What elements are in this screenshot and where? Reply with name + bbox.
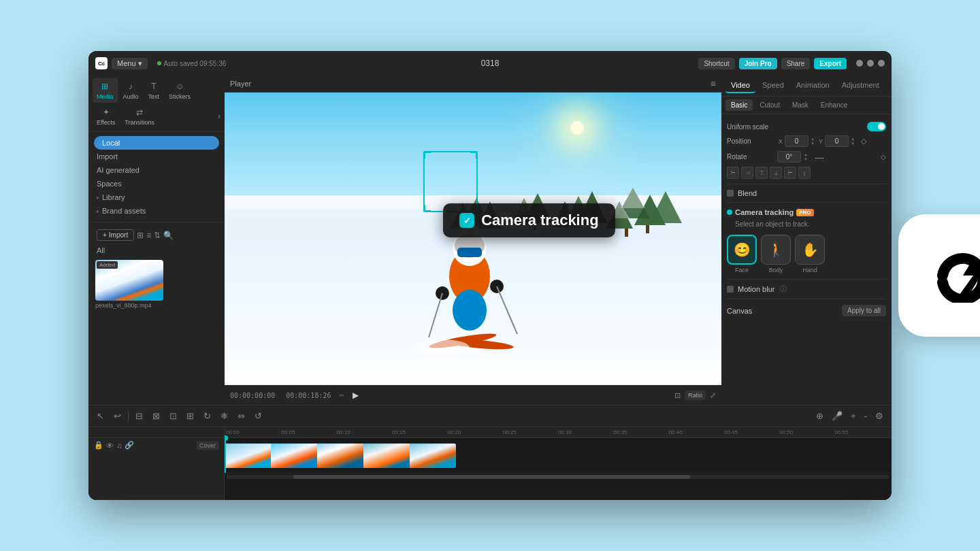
- blend-checkbox[interactable]: [727, 190, 734, 197]
- clip-frame-1: [225, 444, 271, 468]
- position-x-input[interactable]: [785, 135, 808, 147]
- tab-transitions[interactable]: ⇄ Transitions: [120, 104, 159, 129]
- grid-view-icon[interactable]: ⊞: [137, 231, 144, 240]
- sidebar-item-library[interactable]: ▸ Library: [88, 190, 225, 204]
- align-bottom-icon[interactable]: |: [798, 167, 811, 179]
- track-option-body[interactable]: 🚶 Body: [761, 235, 791, 273]
- timeline-scrollbar[interactable]: [227, 475, 889, 479]
- video-clip[interactable]: pexels_videos_1503 (1080p).mp4 00:00:18:…: [225, 444, 456, 468]
- import-button[interactable]: + Import: [97, 229, 134, 241]
- crop-icon[interactable]: ⊞: [184, 410, 197, 422]
- position-keyframe-icon[interactable]: ◇: [861, 137, 866, 146]
- sidebar-item-spaces[interactable]: Spaces: [88, 177, 225, 190]
- zoom-in-icon[interactable]: +: [848, 410, 859, 422]
- fullscreen-icon[interactable]: ⤢: [710, 391, 716, 400]
- sidebar-item-import[interactable]: Import: [88, 150, 225, 163]
- align-left-icon[interactable]: ⊢: [727, 167, 739, 179]
- minimize-button[interactable]: [856, 60, 863, 67]
- pos-x-down-icon[interactable]: ▼: [811, 141, 815, 146]
- tab-video[interactable]: Video: [725, 78, 755, 93]
- link-icon[interactable]: 🔗: [125, 441, 134, 450]
- ratio-button[interactable]: Ratio: [685, 390, 706, 400]
- play-button[interactable]: ▶: [349, 388, 363, 402]
- search-icon[interactable]: 🔍: [163, 231, 174, 240]
- rotate-keyframe-icon[interactable]: ◇: [881, 153, 886, 161]
- ruler-mark-2: 00:10: [337, 429, 392, 435]
- align-top-icon[interactable]: ⊥: [770, 167, 782, 179]
- maximize-button[interactable]: [867, 60, 874, 67]
- select-tool-icon[interactable]: ↖: [94, 410, 107, 422]
- svg-point-19: [453, 290, 487, 331]
- tab-text[interactable]: T Text: [144, 78, 164, 103]
- trim-icon[interactable]: ⊠: [150, 410, 163, 422]
- share-button[interactable]: Share: [781, 58, 811, 69]
- mirror-icon[interactable]: ⇔: [235, 410, 248, 422]
- tab-animation[interactable]: Animation: [791, 78, 835, 93]
- pos-y-up-icon[interactable]: ▲: [851, 137, 855, 141]
- mic-icon[interactable]: 🎤: [829, 410, 845, 422]
- lock-icon[interactable]: 🔒: [94, 441, 103, 450]
- menu-chevron-icon: ▾: [138, 59, 142, 68]
- freeze-icon[interactable]: ❄: [218, 410, 231, 422]
- list-view-icon[interactable]: ≡: [146, 231, 151, 240]
- position-x-arrows: ▲ ▼: [811, 137, 815, 146]
- shortcut-button[interactable]: Shortcut: [698, 58, 734, 69]
- playhead[interactable]: [225, 438, 226, 473]
- rotate-down-icon[interactable]: ▼: [804, 157, 808, 161]
- export-button[interactable]: Export: [814, 58, 847, 69]
- rotate-input[interactable]: [777, 151, 801, 163]
- zoom-out-icon[interactable]: -: [862, 410, 870, 422]
- fit-icon[interactable]: ⊡: [674, 391, 681, 400]
- tab-stickers[interactable]: ☺ Stickers: [165, 78, 195, 103]
- motion-blur-checkbox[interactable]: [727, 286, 734, 293]
- tl-settings-icon[interactable]: ⚙: [872, 410, 886, 422]
- body-icon-box[interactable]: 🚶: [761, 235, 791, 265]
- hand-icon-box[interactable]: ✋: [795, 235, 825, 265]
- player-controls: 00:00:00:00 00:00:18:26 ▪▪ ▶ ⊡ Ratio ⤢: [225, 385, 721, 405]
- tab-adjustment[interactable]: Adjustment: [836, 78, 885, 93]
- undo-icon[interactable]: ↩: [111, 410, 124, 422]
- motion-blur-info-icon[interactable]: ⓘ: [780, 284, 787, 294]
- align-center-v-icon[interactable]: ⊢: [784, 167, 796, 179]
- sidebar-item-local[interactable]: Local: [94, 136, 219, 150]
- align-right-icon[interactable]: ⊤: [755, 167, 768, 179]
- tab-effects[interactable]: ✦ Effects: [93, 104, 119, 129]
- split-icon[interactable]: ⊟: [133, 410, 146, 422]
- loop-icon[interactable]: ↻: [201, 410, 214, 422]
- sidebar-item-ai-generated[interactable]: AI generated: [88, 163, 225, 177]
- tabs-more-icon[interactable]: ›: [218, 112, 220, 121]
- eye-icon[interactable]: 👁: [106, 441, 114, 450]
- delete-icon[interactable]: ⊡: [167, 410, 180, 422]
- magnet-icon[interactable]: ⊕: [813, 410, 826, 422]
- tab-audio[interactable]: ♪ Audio: [119, 78, 143, 103]
- ruler-mark-5: 00:25: [503, 429, 558, 435]
- track-option-face[interactable]: 😊 Face: [727, 235, 757, 273]
- media-all-label: All: [97, 246, 216, 254]
- position-y-input[interactable]: [825, 135, 849, 147]
- track-option-hand[interactable]: ✋ Hand: [795, 235, 825, 273]
- sort-icon[interactable]: ⇅: [154, 231, 161, 240]
- apply-all-button[interactable]: Apply to all: [842, 305, 886, 316]
- align-center-h-icon[interactable]: ⊣: [741, 167, 753, 179]
- subtab-basic[interactable]: Basic: [725, 99, 753, 111]
- tab-speed[interactable]: Speed: [757, 78, 789, 93]
- pos-y-down-icon[interactable]: ▼: [851, 141, 855, 146]
- subtab-enhance[interactable]: Enhance: [815, 99, 853, 111]
- subtab-cutout[interactable]: Cutout: [754, 99, 785, 111]
- media-thumbnail[interactable]: Added pexels_vi_880p.mp4: [95, 260, 163, 309]
- rotation-icon[interactable]: ↺: [252, 410, 265, 422]
- join-pro-button[interactable]: Join Pro: [739, 58, 777, 69]
- pos-x-up-icon[interactable]: ▲: [811, 137, 815, 141]
- face-icon-box[interactable]: 😊: [727, 235, 757, 265]
- rotate-up-icon[interactable]: ▲: [804, 152, 808, 156]
- media-tab-label: Media: [97, 93, 114, 100]
- player-menu-icon[interactable]: ≡: [710, 78, 716, 89]
- timeline-scrollbar-thumb[interactable]: [293, 475, 690, 479]
- uniform-scale-toggle[interactable]: [867, 122, 886, 131]
- sidebar-item-brand-assets[interactable]: ▸ Brand assets: [88, 204, 225, 218]
- tab-media[interactable]: ⊞ Media: [93, 78, 118, 103]
- subtab-mask[interactable]: Mask: [787, 99, 814, 111]
- menu-button[interactable]: Menu ▾: [112, 58, 148, 69]
- audio-track-icon[interactable]: ♫: [116, 441, 122, 450]
- close-button[interactable]: [878, 60, 885, 67]
